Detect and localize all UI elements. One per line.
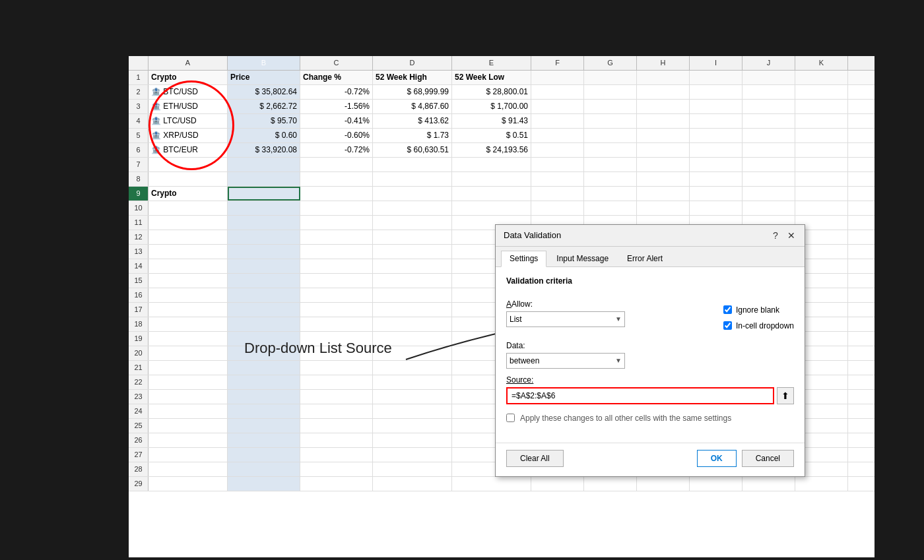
cell-h1[interactable]: [637, 71, 690, 84]
cell-i9[interactable]: [690, 187, 742, 201]
cell-g6[interactable]: [584, 143, 637, 157]
cell-j8[interactable]: [742, 172, 795, 186]
cell-k9[interactable]: [795, 187, 848, 201]
cell-a1[interactable]: Crypto: [148, 71, 228, 84]
cell-e7[interactable]: [452, 158, 531, 171]
cell-h5[interactable]: [637, 129, 690, 142]
cell-d1[interactable]: 52 Week High: [373, 71, 452, 84]
cell-c9[interactable]: [300, 187, 373, 201]
cell-b9[interactable]: [228, 187, 300, 201]
col-header-g[interactable]: G: [584, 56, 637, 70]
cell-e4[interactable]: $ 91.43: [452, 114, 531, 128]
cell-e6[interactable]: $ 24,193.56: [452, 143, 531, 157]
cell-g4[interactable]: [584, 114, 637, 128]
cell-e1[interactable]: 52 Week Low: [452, 71, 531, 84]
cell-i5[interactable]: [690, 129, 742, 142]
allow-dropdown[interactable]: List ▼: [506, 311, 625, 327]
cell-i7[interactable]: [690, 158, 742, 171]
cell-e9[interactable]: [452, 187, 531, 201]
cell-a9[interactable]: Crypto: [148, 187, 228, 201]
col-header-e[interactable]: E: [452, 56, 531, 70]
cell-h6[interactable]: [637, 143, 690, 157]
cell-i3[interactable]: [690, 100, 742, 113]
cell-j2[interactable]: [742, 85, 795, 99]
cell-i6[interactable]: [690, 143, 742, 157]
cell-c3[interactable]: -1.56%: [300, 100, 373, 113]
cell-d6[interactable]: $ 60,630.51: [373, 143, 452, 157]
cell-f8[interactable]: [531, 172, 584, 186]
cell-a4[interactable]: 🏦 LTC/USD: [148, 114, 228, 128]
data-validation-dialog[interactable]: Data Validation ? ✕ Settings Input Messa…: [495, 224, 805, 477]
cell-b4[interactable]: $ 95.70: [228, 114, 300, 128]
cell-k4[interactable]: [795, 114, 848, 128]
cell-f3[interactable]: [531, 100, 584, 113]
col-header-h[interactable]: H: [637, 56, 690, 70]
cell-k5[interactable]: [795, 129, 848, 142]
col-header-f[interactable]: F: [531, 56, 584, 70]
source-input[interactable]: [506, 387, 774, 404]
tab-error-alert[interactable]: Error Alert: [618, 251, 671, 266]
cell-k6[interactable]: [795, 143, 848, 157]
tab-settings[interactable]: Settings: [501, 251, 546, 267]
cell-f7[interactable]: [531, 158, 584, 171]
cell-c1[interactable]: Change %: [300, 71, 373, 84]
cell-b7[interactable]: [228, 158, 300, 171]
cell-a8[interactable]: [148, 172, 228, 186]
apply-checkbox[interactable]: [506, 414, 515, 422]
cell-j1[interactable]: [742, 71, 795, 84]
cell-d3[interactable]: $ 4,867.60: [373, 100, 452, 113]
cell-g1[interactable]: [584, 71, 637, 84]
in-cell-dropdown-checkbox[interactable]: [723, 321, 732, 330]
cell-c6[interactable]: -0.72%: [300, 143, 373, 157]
cell-k1[interactable]: [795, 71, 848, 84]
cell-f9[interactable]: [531, 187, 584, 201]
cell-c7[interactable]: [300, 158, 373, 171]
cell-j6[interactable]: [742, 143, 795, 157]
cell-d8[interactable]: [373, 172, 452, 186]
cell-e5[interactable]: $ 0.51: [452, 129, 531, 142]
cell-j5[interactable]: [742, 129, 795, 142]
cell-g3[interactable]: [584, 100, 637, 113]
col-header-j[interactable]: J: [742, 56, 795, 70]
close-button[interactable]: ✕: [786, 230, 797, 241]
cell-c4[interactable]: -0.41%: [300, 114, 373, 128]
cell-b8[interactable]: [228, 172, 300, 186]
cell-b5[interactable]: $ 0.60: [228, 129, 300, 142]
cell-b3[interactable]: $ 2,662.72: [228, 100, 300, 113]
cell-i2[interactable]: [690, 85, 742, 99]
cell-d5[interactable]: $ 1.73: [373, 129, 452, 142]
cell-h4[interactable]: [637, 114, 690, 128]
cell-h9[interactable]: [637, 187, 690, 201]
cell-i8[interactable]: [690, 172, 742, 186]
cell-a6[interactable]: 🏦 BTC/EUR: [148, 143, 228, 157]
cell-g7[interactable]: [584, 158, 637, 171]
cell-j3[interactable]: [742, 100, 795, 113]
cell-h3[interactable]: [637, 100, 690, 113]
cell-a7[interactable]: [148, 158, 228, 171]
cell-h8[interactable]: [637, 172, 690, 186]
col-header-a[interactable]: A: [148, 56, 228, 70]
cell-a3[interactable]: 🏦 ETH/USD: [148, 100, 228, 113]
cell-k8[interactable]: [795, 172, 848, 186]
cell-k3[interactable]: [795, 100, 848, 113]
ok-button[interactable]: OK: [697, 450, 737, 467]
cell-g2[interactable]: [584, 85, 637, 99]
tab-input-message[interactable]: Input Message: [548, 251, 617, 266]
cell-f6[interactable]: [531, 143, 584, 157]
cell-b1[interactable]: Price: [228, 71, 300, 84]
cell-f1[interactable]: [531, 71, 584, 84]
ignore-blank-checkbox[interactable]: [723, 305, 732, 314]
cell-a2[interactable]: 🏦 BTC/USD: [148, 85, 228, 99]
cell-h7[interactable]: [637, 158, 690, 171]
cell-b6[interactable]: $ 33,920.08: [228, 143, 300, 157]
col-header-k[interactable]: K: [795, 56, 848, 70]
cell-c5[interactable]: -0.60%: [300, 129, 373, 142]
cell-d9[interactable]: [373, 187, 452, 201]
cell-e3[interactable]: $ 1,700.00: [452, 100, 531, 113]
cell-i1[interactable]: [690, 71, 742, 84]
cell-k2[interactable]: [795, 85, 848, 99]
cell-c8[interactable]: [300, 172, 373, 186]
cell-a5[interactable]: 🏦 XRP/USD: [148, 129, 228, 142]
cell-g8[interactable]: [584, 172, 637, 186]
col-header-b[interactable]: B: [228, 56, 300, 70]
